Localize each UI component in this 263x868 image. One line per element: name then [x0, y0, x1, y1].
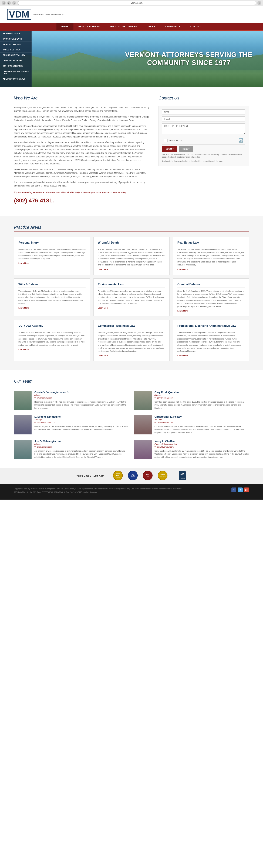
back-button[interactable]: ◀	[2, 1, 6, 5]
captcha-checkbox[interactable]	[164, 139, 168, 142]
team-info-3: L. Brooke Dingledine Attorney lbrooke@vd…	[34, 415, 129, 434]
nav-practice-areas[interactable]: PRACTICE AREAS	[74, 23, 105, 30]
who-para-5: The firm serves the needs of individuals…	[14, 168, 150, 179]
team-name-4: Christopher E. Pelkey	[154, 415, 249, 418]
team-member-5: Jon D. Valsangiacomo Attorney jon@vdmlaw…	[14, 440, 129, 459]
practice-areas-section: Practice Areas Personal Injury Dealing w…	[0, 216, 263, 370]
url-bar[interactable]: vdmlaw.com	[18, 1, 256, 5]
team-email-6[interactable]: kerry@vdmlaw.com	[154, 446, 249, 448]
who-para-3: For over 43 years attorneys at Valsangia…	[14, 124, 150, 139]
social-googleplus-icon[interactable]: g+	[244, 488, 249, 492]
sidebar-wills-estates[interactable]: WILLS & ESTATES	[0, 47, 32, 53]
nav-community[interactable]: COMMUNITY	[160, 23, 185, 30]
logo[interactable]: VDM Valsangiacomo, DeTora & McQuesten, P…	[7, 9, 64, 20]
nav-office[interactable]: OFFICE	[142, 23, 160, 30]
practice-card-wrongful-death: Wrongful Death The attorneys at Valsangi…	[93, 237, 169, 275]
team-member-3: L. Brooke Dingledine Attorney lbrooke@vd…	[14, 415, 129, 434]
team-bio-2: Gary has been a partner with the firm si…	[154, 400, 249, 410]
practice-learn-more-9[interactable]: Learn More	[177, 354, 188, 357]
award-badge-1: BESTLAWFIRM	[113, 471, 123, 481]
practice-learn-more-2[interactable]: Learn More	[98, 268, 108, 270]
sidebar-environmental[interactable]: ENVIRONMENTAL LAW	[0, 53, 32, 58]
who-para-1: Valsangiacomo, DeTora & McQuesten, P.C. …	[14, 106, 150, 113]
refresh-button[interactable]: ↻	[12, 1, 16, 5]
practice-desc-7: At times a low and a small misfortune - …	[19, 331, 86, 346]
team-info-1: Oreste V. Valsangiacomo, Jr Attorney orv…	[34, 391, 129, 410]
form-buttons: SUBMIT RESET	[162, 146, 245, 152]
practice-learn-more-7[interactable]: Learn More	[19, 348, 29, 350]
who-phone[interactable]: (802) 476-4181.	[14, 196, 150, 205]
hero-section: PERSONAL INJURY WRONGFUL DEATH REAL ESTA…	[0, 31, 263, 87]
who-right-column: Contact Us I'm not a robot 🔄 SUBMIT RESE…	[158, 96, 249, 207]
team-photo-6	[134, 440, 152, 459]
social-twitter-icon[interactable]: t	[238, 488, 243, 492]
who-para-2: Valsangiacomo, DeTora & McQuesten, P.C. …	[14, 115, 150, 122]
practice-desc-6: Since the firm's founding in 1977, Vermo…	[177, 290, 244, 308]
team-member-4: Christopher E. Pelkey Attorney chris@vdm…	[134, 415, 249, 434]
team-email-3[interactable]: lbrooke@vdmlaw.com	[34, 421, 129, 424]
awards-bar: Voted Best VT Law Firm BESTLAWFIRM TOPRA…	[0, 468, 263, 484]
award-circle-2: TOPRATEDATTYS	[128, 471, 138, 480]
hero-sidebar-menu: PERSONAL INJURY WRONGFUL DEATH REAL ESTA…	[0, 31, 32, 87]
practice-learn-more-3[interactable]: Learn More	[177, 268, 188, 270]
sidebar-personal-injury[interactable]: PERSONAL INJURY	[0, 31, 32, 36]
team-info-5: Jon D. Valsangiacomo Attorney jon@vdmlaw…	[34, 440, 129, 459]
practice-desc-3: We advise commercial and residential cli…	[177, 248, 244, 267]
team-name-6: Kerry L. Chaffee	[154, 440, 249, 443]
practice-card-environmental: Environmental Law As residents of Vermon…	[93, 278, 169, 317]
sidebar-commercial[interactable]: COMMERCIAL / BUSINESS LAW	[0, 69, 32, 76]
main-nav: HOME PRACTICE AREAS VERMONT ATTORNEYS OF…	[0, 23, 263, 30]
forward-button[interactable]: ▶	[7, 1, 11, 5]
contact-message-field[interactable]	[162, 123, 245, 134]
practice-learn-more-4[interactable]: Learn More	[19, 307, 29, 309]
practice-section-title: Practice Areas	[14, 225, 249, 231]
who-section-title: Who We Are	[14, 96, 150, 102]
nav-contact[interactable]: CONTACT	[185, 23, 207, 30]
practice-card-criminal-defense: Criminal Defense Since the firm's foundi…	[173, 278, 249, 317]
submit-button[interactable]: SUBMIT	[162, 146, 177, 152]
team-name-3: L. Brooke Dingledine	[34, 415, 129, 418]
practice-card-dui: DUI / DWI Attorney At times a low and a …	[14, 320, 90, 361]
practice-desc-4: Valsangiacomo, DeTora & McQuesten's will…	[19, 290, 86, 305]
team-bio-5: Jon primarily practices in the areas of …	[34, 450, 129, 459]
who-para-6: If you are seeking experienced attorneys…	[14, 181, 150, 188]
social-facebook-icon[interactable]: f	[231, 488, 236, 492]
practice-grid: Personal Injury Dealing with insurance c…	[14, 237, 249, 361]
team-email-4[interactable]: chris@vdmlaw.com	[154, 421, 249, 424]
sidebar-real-estate[interactable]: REAL ESTATE LAW	[0, 42, 32, 47]
team-grid: Oreste V. Valsangiacomo, Jr Attorney orv…	[14, 391, 249, 459]
contact-email-field[interactable]	[162, 117, 245, 122]
practice-learn-more-8[interactable]: Learn More	[98, 354, 108, 357]
practice-learn-more-5[interactable]: Learn More	[98, 307, 108, 309]
practice-learn-more-1[interactable]: Learn More	[19, 262, 29, 264]
team-info-6: Kerry L. Chaffee Paralegal / Legal Assis…	[154, 440, 249, 459]
team-email-5[interactable]: jon@vdmlaw.com	[34, 446, 129, 448]
team-member-6: Kerry L. Chaffee Paralegal / Legal Assis…	[134, 440, 249, 459]
nav-home[interactable]: HOME	[56, 23, 74, 30]
sidebar-criminal-defense[interactable]: CRIMINAL DEFENSE	[0, 58, 32, 63]
practice-title-9: Professional Licensing / Administrative …	[177, 324, 244, 329]
logo-initials: VDM	[7, 9, 31, 20]
practice-title-1: Personal Injury	[19, 241, 86, 246]
team-title-1: Attorney	[34, 394, 129, 396]
form-confidential-note: Confidential or time-sensitive informati…	[162, 160, 245, 162]
contact-name-field[interactable]	[162, 110, 245, 115]
our-team-section: Our Team Oreste V. Valsangiacomo, Jr Att…	[0, 370, 263, 468]
team-email-1[interactable]: orv@vdmlaw.com	[34, 397, 129, 399]
aba-logo: ABA AMERICAN BAR ASSOC	[178, 470, 187, 482]
settings-button[interactable]: ⋮	[257, 1, 261, 5]
team-name-5: Jon D. Valsangiacomo	[34, 440, 129, 443]
reset-button[interactable]: RESET	[179, 146, 193, 152]
team-email-2[interactable]: gary@vdmlaw.com	[154, 397, 249, 399]
team-member-1: Oreste V. Valsangiacomo, Jr Attorney orv…	[14, 391, 129, 410]
captcha-box: I'm not a robot 🔄	[162, 136, 245, 145]
who-we-are-section: Who We Are Valsangiacomo, DeTora & McQue…	[0, 87, 263, 216]
hero-title: Vermont Attorneys serving the community …	[125, 51, 253, 67]
team-title-4: Attorney	[154, 418, 249, 421]
practice-learn-more-6[interactable]: Learn More	[177, 310, 188, 312]
sidebar-wrongful-death[interactable]: WRONGFUL DEATH	[0, 36, 32, 42]
team-photo-1	[14, 391, 32, 410]
sidebar-dui[interactable]: DUI / DWI ATTORNEY	[0, 63, 32, 69]
nav-vermont-attorneys[interactable]: VERMONT ATTORNEYS	[105, 23, 142, 30]
sidebar-admin[interactable]: ADMINISTRATIVE LAW	[0, 76, 32, 82]
